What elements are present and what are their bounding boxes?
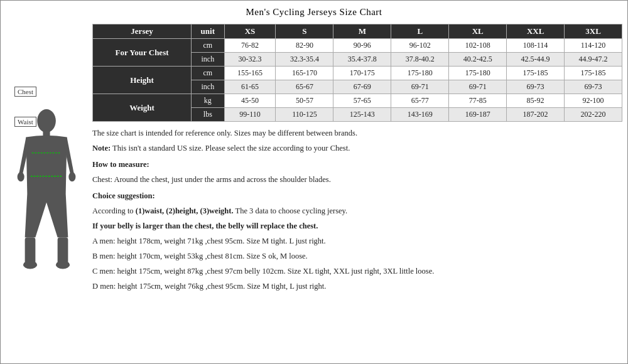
col-xs: XS [224, 24, 276, 39]
height-inch-m: 67-69 [333, 80, 391, 94]
weight-lbs-xs: 99-110 [224, 108, 276, 122]
weight-kg-unit: kg [192, 94, 224, 108]
chest-measure: Chest: Around the chest, just under the … [92, 173, 622, 186]
right-side: Jersey unit XS S M L XL XXL 3XL For Your [92, 24, 622, 357]
weight-lbs-unit: lbs [192, 108, 224, 122]
choice-c: C men: height 175cm, weight 87kg ,chest … [92, 265, 622, 277]
chest-cm-s: 82-90 [276, 39, 333, 53]
height-cm-3xl: 175-185 [565, 67, 622, 80]
col-xl: XL [449, 24, 507, 39]
height-inch-xl: 69-71 [449, 80, 507, 94]
height-cm-xs: 155-165 [224, 67, 276, 80]
chest-cm-row: For Your Chest cm 76-82 82-90 90-96 96-1… [93, 39, 622, 53]
choice-line2: If your belly is larger than the chest, … [92, 220, 622, 232]
height-inch-xxl: 69-73 [507, 80, 565, 94]
svg-rect-4 [25, 237, 36, 264]
col-m: M [333, 24, 391, 39]
svg-rect-5 [58, 237, 68, 264]
chest-cm-xs: 76-82 [224, 39, 276, 53]
height-cm-row: Height cm 155-165 165-170 170-175 175-18… [93, 67, 622, 80]
height-inch-unit: inch [192, 80, 224, 94]
notes-section: The size chart is intended for reference… [92, 127, 622, 295]
weight-kg-xs: 45-50 [224, 94, 276, 108]
chest-inch-3xl: 44.9-47.2 [565, 53, 622, 67]
weight-kg-xxl: 85-92 [507, 94, 565, 108]
weight-kg-3xl: 92-100 [565, 94, 622, 108]
weight-lbs-xl: 169-187 [449, 108, 507, 122]
silhouette-area: Chest Waist [6, 24, 87, 357]
chest-cm-xl: 102-108 [449, 39, 507, 53]
col-xxl: XXL [507, 24, 565, 39]
col-s: S [276, 24, 333, 39]
chest-inch-xxl: 42.5-44.9 [507, 53, 565, 67]
height-inch-l: 69-71 [391, 80, 449, 94]
col-l: L [391, 24, 449, 39]
chest-inch-xs: 30-32.3 [224, 53, 276, 67]
main-content: Chest Waist Jersey unit XS S M L XL XXL [6, 24, 622, 357]
height-cm-l: 175-180 [391, 67, 449, 80]
height-category: Height [93, 67, 192, 94]
choice-a: A men: height 178cm, weight 71kg ,chest … [92, 235, 622, 247]
chest-inch-m: 35.4-37.8 [333, 53, 391, 67]
svg-point-7 [56, 260, 70, 269]
choice-d: D men: height 175cm, weight 76kg ,chest … [92, 280, 622, 292]
svg-point-3 [68, 172, 75, 181]
weight-kg-row: Weight kg 45-50 50-57 57-65 65-77 77-85 … [93, 94, 622, 108]
chest-cm-unit: cm [192, 39, 224, 53]
chest-label: Chest [14, 87, 36, 97]
weight-kg-s: 50-57 [276, 94, 333, 108]
height-inch-3xl: 69-73 [565, 80, 622, 94]
weight-category: Weight [93, 94, 192, 122]
page-title: Men's Cycling Jerseys Size Chart [6, 7, 622, 18]
svg-point-0 [37, 109, 56, 132]
col-unit: unit [192, 24, 224, 39]
weight-lbs-m: 125-143 [333, 108, 391, 122]
weight-lbs-xxl: 187-202 [507, 108, 565, 122]
note-line2: Note: This isn't a standard US size. Ple… [92, 142, 622, 154]
chest-cm-l: 96-102 [391, 39, 449, 53]
choice-b: B men: height 170cm, weight 53kg ,chest … [92, 250, 622, 262]
weight-kg-m: 57-65 [333, 94, 391, 108]
height-cm-m: 170-175 [333, 67, 391, 80]
weight-kg-xl: 77-85 [449, 94, 507, 108]
chest-category: For Your Chest [93, 39, 192, 67]
how-to-heading: How to measure: [92, 158, 622, 171]
chest-inch-xl: 40.2-42.5 [449, 53, 507, 67]
page-wrapper: Men's Cycling Jerseys Size Chart [1, 1, 627, 363]
weight-lbs-s: 110-125 [276, 108, 333, 122]
chest-inch-unit: inch [192, 53, 224, 67]
size-table: Jersey unit XS S M L XL XXL 3XL For Your [92, 24, 622, 122]
note-line1: The size chart is intended for reference… [92, 127, 622, 139]
chest-inch-s: 32.3-35.4 [276, 53, 333, 67]
svg-point-2 [18, 172, 24, 181]
weight-lbs-l: 143-169 [391, 108, 449, 122]
height-cm-unit: cm [192, 67, 224, 80]
waist-label: Waist [14, 117, 36, 127]
choice-heading: Choice suggestion: [92, 190, 622, 202]
chest-inch-l: 37.8-40.2 [391, 53, 449, 67]
height-cm-xl: 175-180 [449, 67, 507, 80]
chest-cm-3xl: 114-120 [565, 39, 622, 53]
weight-lbs-3xl: 202-220 [565, 108, 622, 122]
col-3xl: 3XL [565, 24, 622, 39]
choice-line1: According to (1)waist, (2)height, (3)wei… [92, 205, 622, 217]
height-inch-s: 65-67 [276, 80, 333, 94]
weight-kg-l: 65-77 [391, 94, 449, 108]
body-silhouette [12, 109, 81, 272]
height-cm-s: 165-170 [276, 67, 333, 80]
chest-cm-m: 90-96 [333, 39, 391, 53]
col-jersey: Jersey [93, 24, 192, 39]
height-cm-xxl: 175-185 [507, 67, 565, 80]
chest-cm-xxl: 108-114 [507, 39, 565, 53]
height-inch-xs: 61-65 [224, 80, 276, 94]
svg-point-6 [23, 260, 37, 269]
